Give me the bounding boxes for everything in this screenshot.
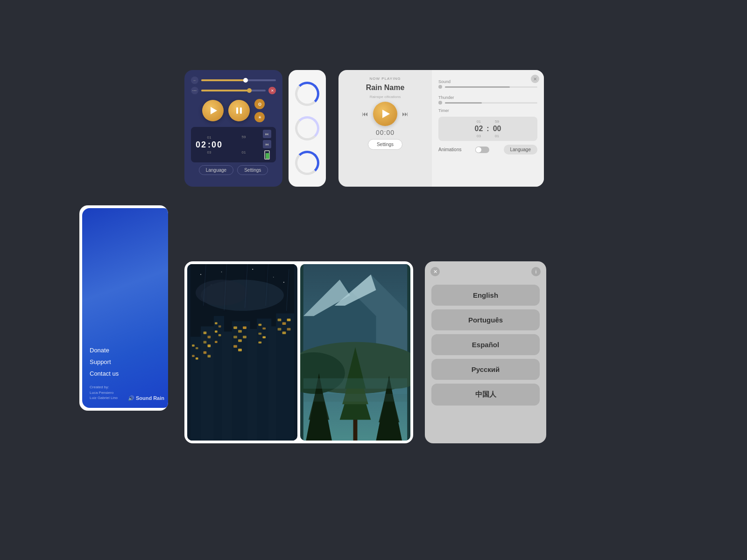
lang-portuguese-button[interactable]: Português: [431, 309, 540, 330]
sound-slider[interactable]: [445, 86, 537, 88]
loading-ring-2: [295, 116, 319, 140]
sun-button[interactable]: ☀: [254, 112, 265, 122]
thunder-slider[interactable]: [445, 102, 537, 104]
rain-sub: Rainspe cifications: [370, 95, 401, 99]
close-button[interactable]: ✕: [268, 87, 276, 94]
wallpaper-card: [184, 261, 413, 443]
svg-rect-45: [258, 342, 261, 343]
now-playing-label: NOW PLAYING: [370, 77, 401, 81]
volume-slider-fill: [201, 79, 246, 81]
main-play-button[interactable]: [373, 102, 397, 126]
thunder-fill: [445, 102, 482, 104]
svg-rect-76: [303, 394, 407, 402]
sound-label: Sound: [438, 79, 537, 84]
gear-icon: ⚙: [258, 102, 262, 107]
svg-rect-35: [243, 326, 247, 329]
settings-button[interactable]: Settings: [237, 165, 268, 175]
thunder-dot: [438, 101, 442, 105]
svg-rect-19: [196, 347, 198, 349]
donate-link[interactable]: Donate: [90, 347, 163, 354]
svg-rect-49: [278, 328, 282, 331]
brightness-slider-track[interactable]: [201, 90, 266, 91]
language-buttons-list: English Português Español Русский 中国人: [431, 285, 540, 406]
svg-rect-21: [196, 357, 198, 359]
gray-timer-right-top: 59: [495, 119, 499, 124]
contact-link[interactable]: Contact us: [90, 370, 163, 377]
svg-rect-44: [262, 336, 266, 338]
svg-rect-30: [215, 330, 218, 332]
svg-rect-32: [215, 341, 218, 343]
prev-button[interactable]: ⏮: [362, 110, 368, 118]
settings-button-gray[interactable]: Settings: [368, 139, 402, 150]
language-button[interactable]: Language: [199, 165, 234, 175]
svg-point-8: [196, 280, 247, 306]
dark-player-card: ← ••• ✕: [184, 70, 282, 187]
brightness-slider-thumb: [247, 88, 252, 93]
svg-rect-50: [282, 332, 286, 335]
timer-box: 01 02 : 00 03 59 01 ⏭ ⏮: [191, 127, 276, 162]
lang-chinese-button[interactable]: 中国人: [431, 384, 540, 406]
animations-toggle[interactable]: [475, 147, 489, 153]
main-play-controls: ⏮ ⏭: [362, 102, 409, 126]
svg-rect-13: [232, 321, 250, 441]
language-close-button[interactable]: ✕: [430, 267, 440, 276]
svg-rect-24: [204, 341, 207, 344]
gray-timer-minutes: 00: [493, 125, 501, 133]
svg-point-4: [273, 277, 274, 278]
city-wallpaper[interactable]: [187, 264, 297, 441]
gray-timer-hours: 02: [475, 125, 483, 133]
lang-english-button[interactable]: English: [431, 285, 540, 306]
support-link[interactable]: Support: [90, 358, 163, 365]
thunder-track[interactable]: [438, 101, 537, 105]
back-button[interactable]: ←: [191, 77, 198, 84]
next-button[interactable]: ⏭: [402, 110, 409, 118]
logo-text: 🔊 Sound Rain: [128, 395, 164, 401]
svg-point-3: [252, 269, 253, 270]
language-btn-gray[interactable]: Language: [504, 145, 538, 154]
svg-rect-38: [243, 336, 247, 338]
loading-ring-3: [295, 151, 319, 175]
gray-timer-box: 01 02 03 : 59 00 01: [438, 117, 537, 141]
skip-back-button[interactable]: ⏮: [263, 140, 271, 148]
timer-nav-buttons: ⏭ ⏮: [263, 130, 271, 160]
author2-label: Luiz Gabriel Lino: [90, 396, 118, 400]
svg-rect-20: [192, 355, 195, 357]
timer-top-left: 01: [207, 135, 211, 140]
sound-track[interactable]: [438, 85, 537, 89]
gray-timer-right-bottom: 01: [495, 134, 499, 138]
svg-rect-36: [233, 336, 237, 338]
gray-timer-bottom: 03: [477, 134, 481, 138]
back-icon: ←: [193, 78, 197, 83]
battery-icon: [264, 150, 270, 160]
close-button-x[interactable]: ✕: [531, 75, 539, 83]
info-icon: i: [536, 269, 536, 274]
lang-russian-button[interactable]: Русский: [431, 359, 540, 380]
sun-icon: ☀: [258, 115, 262, 120]
sound-dot: [438, 85, 442, 89]
svg-rect-31: [218, 334, 221, 336]
lang-spanish-button[interactable]: Español: [431, 334, 540, 355]
svg-rect-46: [278, 319, 282, 322]
created-by-label: Created by:: [90, 385, 109, 389]
volume-slider-track[interactable]: [201, 79, 276, 81]
nature-wallpaper[interactable]: [300, 264, 410, 441]
svg-rect-23: [208, 336, 211, 338]
timer-bottom-right: 01: [242, 150, 246, 154]
skip-forward-button[interactable]: ⏭: [263, 130, 271, 138]
timer-sep1: :: [208, 140, 211, 150]
main-player-right-panel: ✕ Sound Thunder Timer: [432, 70, 544, 187]
svg-rect-39: [233, 345, 237, 348]
language-info-button[interactable]: i: [531, 267, 541, 276]
svg-rect-40: [238, 349, 242, 351]
gray-timer-top: 01: [477, 119, 481, 124]
volume-slider-thumb: [243, 78, 248, 83]
svg-rect-33: [233, 326, 237, 329]
play-button[interactable]: [202, 100, 224, 121]
sound-fill: [445, 86, 510, 88]
gear-button[interactable]: ⚙: [254, 99, 265, 109]
pause-button[interactable]: [228, 100, 250, 121]
svg-rect-75: [303, 378, 407, 389]
svg-point-2: [221, 272, 222, 273]
dots-button[interactable]: •••: [191, 87, 198, 94]
sound-mixer-row: Sound: [438, 77, 537, 89]
